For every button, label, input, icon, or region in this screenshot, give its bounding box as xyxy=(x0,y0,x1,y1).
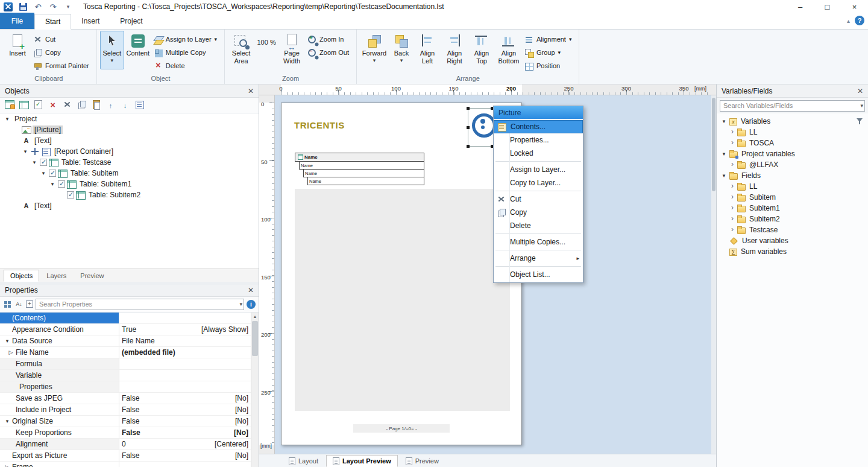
select-button[interactable]: Select ▾ xyxy=(100,31,124,69)
property-row[interactable]: ▾Original SizeFalse[No] xyxy=(0,416,251,427)
property-row[interactable]: ▾Data SourceFile Name xyxy=(0,335,251,347)
insert-object-button[interactable] xyxy=(5,100,14,110)
property-row[interactable]: Keep ProportionsFalse[No] xyxy=(0,427,251,439)
align-right-button[interactable]: Align Right xyxy=(441,31,468,69)
variables-search-input[interactable] xyxy=(720,100,865,112)
object-tree-item[interactable]: [Picture] xyxy=(0,124,259,135)
property-row[interactable]: Formula xyxy=(0,358,251,370)
page-table-row[interactable]: Name xyxy=(295,153,424,162)
object-tree-item[interactable]: Table: Subitem2 xyxy=(0,189,259,200)
position-button[interactable]: Position xyxy=(523,59,576,72)
property-row[interactable]: Variable xyxy=(0,370,251,381)
align-left-button[interactable]: Align Left xyxy=(414,31,441,69)
property-value-cell[interactable] xyxy=(119,462,251,467)
copy-object-button[interactable] xyxy=(77,100,86,110)
content-button[interactable]: Content xyxy=(125,31,151,69)
minimize-button[interactable]: – xyxy=(787,0,814,13)
delete-button[interactable]: ×Delete xyxy=(152,59,221,72)
property-value-cell[interactable] xyxy=(119,381,251,392)
page-width-button[interactable]: Page Width xyxy=(278,31,305,69)
insert-table-button[interactable] xyxy=(19,100,28,111)
properties-panel-close-icon[interactable]: ✕ xyxy=(248,286,254,294)
variable-tree-item[interactable]: ▾Fields xyxy=(717,170,868,181)
cut-button[interactable]: Cut xyxy=(31,33,93,45)
property-value-cell[interactable]: File Name xyxy=(119,335,251,346)
object-tree-item[interactable]: ▾Table: Subitem1 xyxy=(0,179,259,189)
property-row[interactable]: ▷Frame xyxy=(0,462,251,467)
assign-to-layer-button[interactable]: Assign to Layer▾ xyxy=(152,33,221,45)
property-row[interactable]: ▷File Name(embedded file) xyxy=(0,347,251,358)
group-button[interactable]: Group▾ xyxy=(523,46,576,59)
tab-insert[interactable]: Insert xyxy=(71,13,110,29)
object-tree-item[interactable]: ▾Project xyxy=(0,113,259,124)
variable-tree-item[interactable]: ›Subitem1 xyxy=(717,203,868,214)
property-row[interactable]: Appearance ConditionTrue[Always Show] xyxy=(0,324,251,335)
property-row[interactable]: Export as PictureFalse[No] xyxy=(0,450,251,462)
canvas-scrollbar-thumb[interactable] xyxy=(712,98,715,191)
variables-search-caret-icon[interactable]: ▾ xyxy=(860,103,863,109)
properties-scrollbar[interactable]: ▲ xyxy=(251,313,259,467)
canvas-vertical-scrollbar[interactable] xyxy=(711,95,716,454)
insert-button[interactable]: Insert xyxy=(4,31,31,69)
variable-tree-item[interactable]: ▾xVariables xyxy=(717,116,868,127)
property-value-cell[interactable]: False[No] xyxy=(119,404,251,415)
page-table-row[interactable]: Name xyxy=(307,177,424,185)
property-value-cell[interactable]: True[Always Show] xyxy=(119,324,251,335)
undo-button[interactable]: ↶ xyxy=(33,2,43,11)
property-value-cell[interactable]: 0[Centered] xyxy=(119,439,251,450)
align-bottom-button[interactable]: Align Bottom xyxy=(495,31,522,69)
context-menu-item[interactable]: Object List... xyxy=(494,268,583,281)
paste-object-button[interactable] xyxy=(92,100,101,110)
property-value-cell[interactable]: False[No] xyxy=(119,416,251,427)
variables-panel-close-icon[interactable]: ✕ xyxy=(857,87,863,95)
quick-access-caret-icon[interactable]: ▾ xyxy=(63,2,73,11)
view-tab-preview[interactable]: Preview xyxy=(399,455,445,467)
panel-tab-objects[interactable]: Objects xyxy=(4,270,39,282)
zoom-out-button[interactable]: Zoom Out xyxy=(306,46,353,59)
variable-tree-item[interactable]: ▾Project variables xyxy=(717,148,868,159)
object-tree-item[interactable]: ▾Table: Subitem xyxy=(0,168,259,179)
object-tree-item[interactable]: A[Text] xyxy=(0,135,259,146)
variable-tree-item[interactable]: ›Subitem2 xyxy=(717,214,868,224)
page-logo-text[interactable]: TRICENTIS xyxy=(294,120,345,130)
context-menu-item[interactable]: Multiple Copies... xyxy=(494,235,583,249)
property-value-cell[interactable]: False[No] xyxy=(119,393,251,404)
variable-tree-item[interactable]: ›@LLFAX xyxy=(717,159,868,170)
variable-tree-item[interactable]: ›TOSCA xyxy=(717,138,868,148)
context-menu-item[interactable]: Cut xyxy=(494,192,583,206)
filter-funnel-icon[interactable] xyxy=(856,118,865,126)
multiple-copy-button[interactable]: Multiple Copy xyxy=(152,46,221,59)
forward-button[interactable]: Forward ▾ xyxy=(360,31,389,69)
properties-info-icon[interactable]: i xyxy=(247,300,256,309)
context-menu-item[interactable]: Copy to Layer... xyxy=(494,176,583,189)
back-button[interactable]: Back ▾ xyxy=(389,31,414,69)
variable-tree-item[interactable]: ›Subitem xyxy=(717,192,868,203)
delete-object-button[interactable]: × xyxy=(48,101,57,110)
properties-search-caret-icon[interactable]: ▾ xyxy=(239,301,242,307)
zoom-in-button[interactable]: Zoom In xyxy=(306,33,353,45)
context-menu-item[interactable]: Assign to Layer... xyxy=(494,163,583,176)
object-tree-item[interactable]: ▾Table: Testcase xyxy=(0,157,259,168)
property-row[interactable]: Alignment0[Centered] xyxy=(0,439,251,450)
property-value-cell[interactable] xyxy=(119,358,251,369)
object-tree-item[interactable]: A[Text] xyxy=(0,200,259,211)
property-value-cell[interactable]: (embedded file) xyxy=(119,347,251,358)
property-row[interactable]: Include in ProjectFalse[No] xyxy=(0,404,251,416)
panel-tab-preview[interactable]: Preview xyxy=(74,270,110,282)
property-value-cell[interactable]: False[No] xyxy=(119,450,251,461)
save-button[interactable] xyxy=(18,2,28,11)
panel-tab-layers[interactable]: Layers xyxy=(40,270,73,282)
context-menu-item[interactable]: Properties... xyxy=(494,133,583,147)
context-menu-item[interactable]: Contents... xyxy=(494,120,583,133)
page-table-row[interactable]: Name xyxy=(303,169,424,177)
property-row[interactable]: Properties xyxy=(0,381,251,393)
checkbox-checked-icon[interactable] xyxy=(40,159,47,166)
scroll-up-icon[interactable]: ▲ xyxy=(251,313,259,320)
tab-project[interactable]: Project xyxy=(110,13,153,29)
view-tab-layout-preview[interactable]: Layout Preview xyxy=(326,455,398,467)
object-checklist-button[interactable] xyxy=(34,100,43,110)
context-menu-item[interactable]: Copy xyxy=(494,206,583,219)
categorized-view-icon[interactable] xyxy=(3,300,12,308)
context-menu-item[interactable]: Arrange▸ xyxy=(494,252,583,265)
checkbox-checked-icon[interactable] xyxy=(58,180,65,188)
